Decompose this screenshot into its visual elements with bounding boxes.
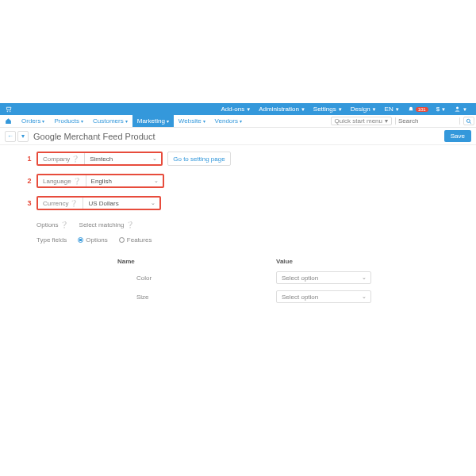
company-select[interactable]: Simtech⌄ <box>85 153 161 164</box>
nav-products[interactable]: Products▾ <box>49 115 88 127</box>
currency-field: Currency❔ US Dollars⌄ <box>36 196 161 210</box>
nav-customers-label: Customers <box>93 117 124 125</box>
nav-website[interactable]: Website▾ <box>174 115 210 127</box>
select-placeholder: Select option <box>282 274 318 282</box>
svg-point-1 <box>10 111 10 112</box>
radio-features[interactable]: Features <box>119 236 152 244</box>
page-header: ← ▾ Google Merchant Feed Product Save <box>0 128 476 145</box>
nav-products-label: Products <box>54 117 79 125</box>
help-icon[interactable]: ❔ <box>71 155 79 163</box>
currency-label: Currency❔ <box>38 198 83 209</box>
nav-settings[interactable]: Settings▼ <box>309 106 347 113</box>
main-nav: Orders▾ Products▾ Customers▾ Marketing▾ … <box>0 115 476 128</box>
notifications-icon[interactable]: 101 <box>404 106 432 113</box>
attr-value-select[interactable]: Select option⌄ <box>276 271 371 284</box>
attributes-table: Name Value Color Select option⌄ Size Sel… <box>22 255 454 306</box>
table-row: Size Select option⌄ <box>117 287 454 306</box>
nav-settings-label: Settings <box>313 106 336 113</box>
nav-addons[interactable]: Add-ons▼ <box>217 106 255 113</box>
nav-orders-label: Orders <box>21 117 40 125</box>
svg-point-0 <box>7 111 8 112</box>
annotation-2: 2 <box>22 177 36 185</box>
search-button[interactable] <box>463 117 474 125</box>
language-value: English <box>91 178 112 185</box>
user-menu[interactable]: ▼ <box>450 106 471 113</box>
attr-value-select[interactable]: Select option⌄ <box>276 290 371 303</box>
topbar: Add-ons▼ Administration▼ Settings▼ Desig… <box>0 103 476 115</box>
attr-name: Color <box>117 274 276 282</box>
quick-start-menu[interactable]: Quick start menu▾ <box>331 117 392 125</box>
save-button[interactable]: Save <box>444 130 471 142</box>
nav-vendors[interactable]: Vendors▾ <box>210 115 247 127</box>
content-area: 1 Company❔ Simtech⌄ Go to setting page 2… <box>0 145 476 313</box>
language-label: Language❔ <box>38 175 86 186</box>
search-box <box>395 117 460 125</box>
options-row: Options❔ Select matching❔ <box>22 221 454 228</box>
annotation-1: 1 <box>22 155 36 163</box>
radio-options-label: Options <box>86 236 108 244</box>
nav-addons-label: Add-ons <box>221 106 244 113</box>
radio-icon <box>119 237 125 243</box>
nav-administration-label: Administration <box>259 106 299 113</box>
page-title: Google Merchant Feed Product <box>33 132 155 141</box>
svg-point-2 <box>456 107 459 109</box>
help-icon[interactable]: ❔ <box>70 200 78 207</box>
language-field: Language❔ English⌄ <box>36 174 164 188</box>
nav-design[interactable]: Design▼ <box>347 106 381 113</box>
help-icon[interactable]: ❔ <box>126 221 134 228</box>
select-matching-label: Select matching <box>79 221 125 228</box>
annotation-3: 3 <box>22 199 36 207</box>
nav-currency[interactable]: $▼ <box>432 106 450 113</box>
chevron-down-icon: ⌄ <box>151 200 155 206</box>
nav-administration[interactable]: Administration▼ <box>255 106 309 113</box>
col-header-name: Name <box>117 258 276 265</box>
nav-language-label: EN <box>385 106 393 113</box>
actions-dropdown[interactable]: ▾ <box>17 131 29 142</box>
chevron-down-icon: ⌄ <box>362 274 367 281</box>
radio-icon <box>78 237 83 243</box>
notification-badge: 101 <box>416 107 428 112</box>
quick-start-label: Quick start menu <box>335 117 382 125</box>
nav-design-label: Design <box>351 106 370 113</box>
currency-value: US Dollars <box>88 200 118 207</box>
attr-name: Size <box>117 294 276 301</box>
chevron-down-icon: ⌄ <box>154 178 159 184</box>
type-fields-row: Type fields Options Features <box>22 236 454 244</box>
company-label: Company❔ <box>38 153 85 164</box>
nav-language[interactable]: EN▼ <box>381 106 404 113</box>
type-fields-label: Type fields <box>36 236 67 244</box>
help-icon[interactable]: ❔ <box>60 221 68 228</box>
nav-customers[interactable]: Customers▾ <box>88 115 132 127</box>
radio-features-label: Features <box>127 236 152 244</box>
search-input[interactable] <box>396 117 459 126</box>
chevron-down-icon: ⌄ <box>362 294 367 300</box>
nav-marketing-label: Marketing <box>137 117 165 125</box>
back-button[interactable]: ← <box>5 131 16 142</box>
nav-currency-label: $ <box>436 106 440 113</box>
options-label: Options <box>36 221 59 228</box>
select-placeholder: Select option <box>282 294 318 301</box>
nav-website-label: Website <box>178 117 202 125</box>
col-header-value: Value <box>276 258 379 265</box>
home-icon[interactable] <box>0 115 17 127</box>
help-icon[interactable]: ❔ <box>73 178 81 185</box>
chevron-down-icon: ⌄ <box>152 155 157 162</box>
company-value: Simtech <box>90 155 113 163</box>
company-field: Company❔ Simtech⌄ <box>36 152 163 166</box>
nav-orders[interactable]: Orders▾ <box>17 115 49 127</box>
table-row: Color Select option⌄ <box>117 268 454 287</box>
currency-select[interactable]: US Dollars⌄ <box>83 198 159 209</box>
nav-vendors-label: Vendors <box>215 117 238 125</box>
cart-icon[interactable] <box>5 106 12 113</box>
go-to-setting-link[interactable]: Go to setting page <box>167 152 230 166</box>
nav-marketing[interactable]: Marketing▾ <box>132 115 174 127</box>
svg-point-3 <box>466 119 470 122</box>
radio-options[interactable]: Options <box>78 236 108 244</box>
language-select[interactable]: English⌄ <box>86 175 163 186</box>
